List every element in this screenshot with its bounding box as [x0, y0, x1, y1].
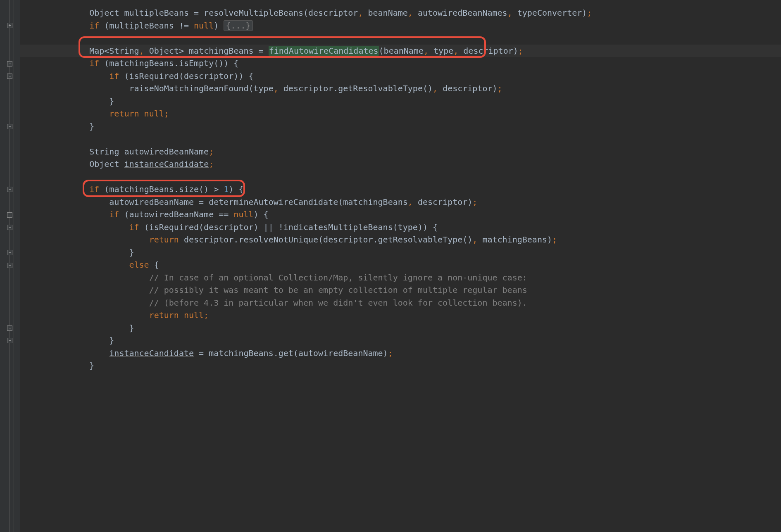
code-line: String autowiredBeanName;: [20, 145, 781, 158]
fold-collapse-icon[interactable]: [7, 124, 12, 129]
code-line-current: Map<String, Object> matchingBeans = find…: [20, 45, 781, 57]
code-line: }: [20, 359, 781, 372]
code-line: if (isRequired(descriptor) || !indicates…: [20, 221, 781, 234]
code-editor: Object multipleBeans = resolveMultipleBe…: [0, 0, 781, 532]
code-line: }: [20, 120, 781, 133]
fold-collapse-icon[interactable]: [7, 338, 12, 343]
code-line: if (matchingBeans.isEmpty()) {: [20, 57, 781, 70]
code-line: }: [20, 246, 781, 259]
fold-collapse-icon[interactable]: [7, 250, 12, 255]
code-line: else {: [20, 259, 781, 271]
code-area[interactable]: Object multipleBeans = resolveMultipleBe…: [20, 0, 781, 532]
code-line: [20, 133, 781, 145]
code-line: if (matchingBeans.size() > 1) {: [20, 183, 781, 196]
code-line: }: [20, 334, 781, 347]
code-line: }: [20, 322, 781, 335]
code-line: [20, 32, 781, 45]
code-line: if (isRequired(descriptor)) {: [20, 70, 781, 83]
folded-region[interactable]: {...}: [224, 20, 252, 31]
fold-collapse-icon[interactable]: [7, 212, 12, 218]
fold-collapse-icon[interactable]: [7, 61, 12, 66]
code-line: if (multipleBeans != null) {...}: [20, 19, 781, 32]
code-line: if (autowiredBeanName == null) {: [20, 208, 781, 221]
fold-collapse-icon[interactable]: [7, 325, 12, 331]
code-line: return null;: [20, 107, 781, 120]
code-line: // In case of an optional Collection/Map…: [20, 271, 781, 284]
code-line: }: [20, 95, 781, 108]
code-line: Object instanceCandidate;: [20, 158, 781, 171]
code-line: raiseNoMatchingBeanFound(type, descripto…: [20, 82, 781, 95]
code-line: Object multipleBeans = resolveMultipleBe…: [20, 7, 781, 19]
fold-expand-icon[interactable]: [7, 23, 12, 28]
fold-collapse-icon[interactable]: [7, 74, 12, 79]
code-line: [20, 171, 781, 183]
fold-collapse-icon[interactable]: [7, 225, 12, 230]
code-line: return descriptor.resolveNotUnique(descr…: [20, 233, 781, 246]
code-line: instanceCandidate = matchingBeans.get(au…: [20, 347, 781, 360]
fold-guide: [14, 0, 14, 532]
gutter: [0, 0, 20, 532]
code-line: return null;: [20, 309, 781, 322]
code-line: // (before 4.3 in particular when we did…: [20, 297, 781, 309]
code-line: // possibly it was meant to be an empty …: [20, 284, 781, 297]
highlighted-method: findAutowireCandidates: [269, 46, 379, 56]
fold-collapse-icon[interactable]: [7, 263, 12, 268]
code-line: autowiredBeanName = determineAutowireCan…: [20, 196, 781, 209]
fold-collapse-icon[interactable]: [7, 187, 12, 192]
